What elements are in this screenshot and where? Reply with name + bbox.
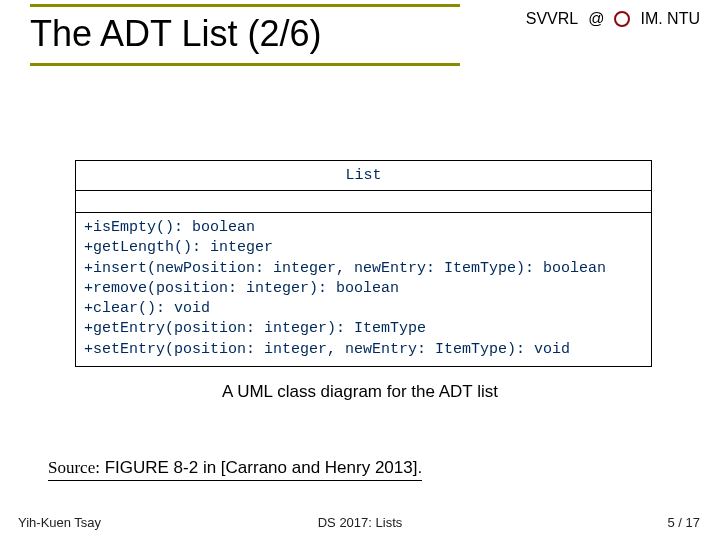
uml-operation: +remove(position: integer): boolean: [84, 279, 643, 299]
slide: SVVRL @ IM. NTU The ADT List (2/6) List …: [0, 0, 720, 540]
header-right: SVVRL @ IM. NTU: [526, 10, 700, 28]
source-label: Source:: [48, 458, 100, 477]
footer-course: DS 2017: Lists: [0, 515, 720, 530]
uml-operation: +insert(newPosition: integer, newEntry: …: [84, 259, 643, 279]
at-symbol: @: [588, 10, 604, 28]
uml-operation: +getEntry(position: integer): ItemType: [84, 319, 643, 339]
org-left: SVVRL: [526, 10, 578, 28]
uml-class-box: List +isEmpty(): boolean +getLength(): i…: [75, 160, 652, 367]
uml-operation: +clear(): void: [84, 299, 643, 319]
source-text: FIGURE 8-2 in [Carrano and Henry 2013].: [100, 458, 422, 477]
uml-operation: +isEmpty(): boolean: [84, 218, 643, 238]
title-area: The ADT List (2/6): [30, 4, 460, 66]
uml-operation: +getLength(): integer: [84, 238, 643, 258]
figure-caption: A UML class diagram for the ADT list: [0, 382, 720, 402]
page-title: The ADT List (2/6): [30, 13, 460, 55]
uml-attributes-compartment: [76, 191, 651, 213]
org-right: IM. NTU: [640, 10, 700, 28]
uml-class-name: List: [76, 161, 651, 191]
source-citation: Source: FIGURE 8-2 in [Carrano and Henry…: [48, 458, 422, 481]
uml-operation: +setEntry(position: integer, newEntry: I…: [84, 340, 643, 360]
logo-icon: [614, 11, 630, 27]
title-rule-top: [30, 4, 460, 7]
title-rule-bottom: [30, 63, 460, 66]
uml-operations-compartment: +isEmpty(): boolean +getLength(): intege…: [76, 213, 651, 366]
